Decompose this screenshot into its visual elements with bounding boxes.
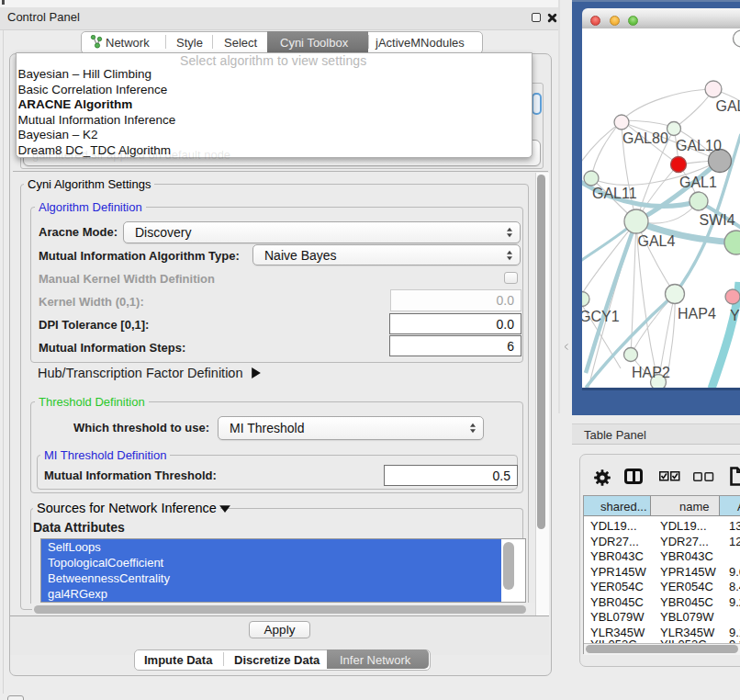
svg-text:GAL1: GAL1 — [679, 175, 717, 190]
svg-text:GAL4: GAL4 — [638, 233, 676, 249]
svg-text:HAP4: HAP4 — [678, 306, 716, 322]
svg-text:GAL80: GAL80 — [622, 130, 668, 146]
svg-text:HAP2: HAP2 — [632, 365, 670, 380]
svg-text:GCY1: GCY1 — [582, 309, 620, 324]
svg-text:GAL11: GAL11 — [592, 186, 637, 201]
svg-text:GAL10: GAL10 — [676, 138, 722, 153]
svg-text:SWI4: SWI4 — [700, 212, 735, 228]
svg-text:GAL2: GAL2 — [716, 98, 740, 114]
svg-text:Y: Y — [730, 308, 740, 323]
